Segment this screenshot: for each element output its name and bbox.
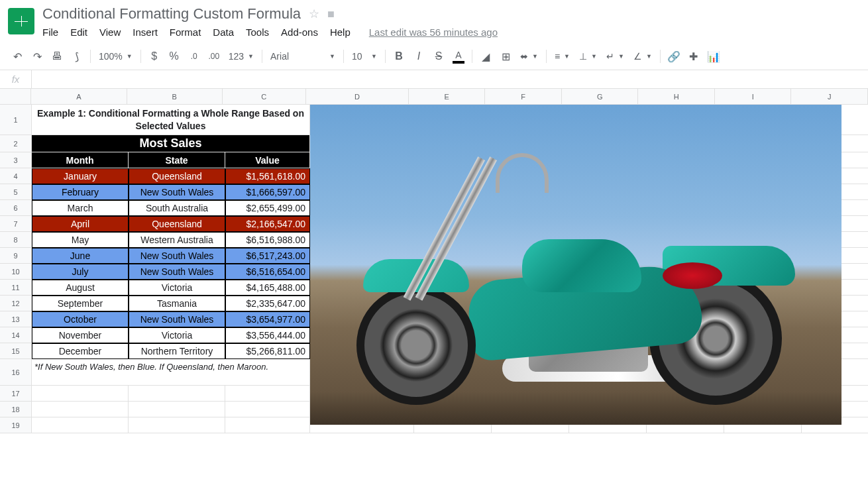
cell[interactable]: [32, 402, 129, 417]
cell-month[interactable]: November: [32, 327, 129, 343]
col-header-B[interactable]: B: [127, 89, 223, 105]
cell-state[interactable]: New South Wales: [129, 311, 225, 327]
cell-state[interactable]: Queensland: [129, 216, 225, 232]
cell-value[interactable]: $2,166,547.00: [225, 216, 310, 232]
most-sales-header[interactable]: Most Sales: [32, 135, 310, 152]
formula-input[interactable]: [32, 70, 868, 88]
cell-state[interactable]: New South Wales: [129, 184, 225, 200]
menu-file[interactable]: File: [42, 27, 58, 38]
cell[interactable]: [32, 386, 129, 402]
cell-state[interactable]: Tasmania: [129, 296, 225, 311]
insert-comment-icon[interactable]: ✚: [684, 47, 703, 66]
row-header-7[interactable]: 7: [0, 216, 32, 232]
row-header-18[interactable]: 18: [0, 402, 32, 417]
increase-decimal-icon[interactable]: .00: [205, 47, 223, 66]
cell[interactable]: [129, 386, 225, 402]
cell-state[interactable]: Western Australia: [129, 232, 225, 248]
row-header-1[interactable]: 1: [0, 105, 32, 135]
folder-icon[interactable]: ■: [327, 7, 335, 21]
menu-edit[interactable]: Edit: [70, 27, 87, 38]
cell-month[interactable]: October: [32, 311, 129, 327]
row-header-3[interactable]: 3: [0, 152, 32, 168]
cell-value[interactable]: $3,654,977.00: [225, 311, 310, 327]
cell-state[interactable]: Victoria: [129, 327, 225, 343]
cell-month[interactable]: September: [32, 296, 129, 311]
redo-icon[interactable]: ↷: [28, 47, 46, 66]
row-header-4[interactable]: 4: [0, 168, 32, 184]
horizontal-align-icon[interactable]: ≡▼: [551, 47, 574, 66]
star-icon[interactable]: ☆: [309, 7, 319, 21]
spreadsheet-grid[interactable]: ABCDEFGHIJ12345678910111213141516171819E…: [0, 89, 868, 433]
menu-addons[interactable]: Add-ons: [281, 27, 318, 38]
row-header-11[interactable]: 11: [0, 280, 32, 296]
row-header-14[interactable]: 14: [0, 327, 32, 343]
merge-cells-icon[interactable]: ⬌▼: [516, 47, 542, 66]
cell-state[interactable]: Northern Territory: [129, 343, 225, 359]
menu-format[interactable]: Format: [170, 27, 201, 38]
cell-month[interactable]: April: [32, 216, 129, 232]
row-header-16[interactable]: 16: [0, 359, 32, 386]
col-header-C[interactable]: C: [223, 89, 306, 105]
cell-value[interactable]: $6,516,988.00: [225, 232, 310, 248]
zoom-select[interactable]: 100%▼: [95, 47, 136, 66]
sheets-logo[interactable]: [8, 8, 34, 34]
cell[interactable]: [129, 417, 225, 433]
bold-icon[interactable]: B: [390, 47, 408, 66]
col-header-A[interactable]: A: [31, 89, 127, 105]
borders-icon[interactable]: ⊞: [496, 47, 515, 66]
cell[interactable]: [129, 402, 225, 417]
insert-chart-icon[interactable]: 📊: [704, 47, 723, 66]
cell-month[interactable]: January: [32, 168, 129, 184]
col-header-G[interactable]: G: [562, 89, 639, 105]
cell-month[interactable]: June: [32, 248, 129, 264]
note-cell[interactable]: *If New South Wales, then Blue. If Queen…: [32, 359, 310, 386]
header-month[interactable]: Month: [32, 152, 129, 168]
header-value[interactable]: Value: [225, 152, 310, 168]
fill-color-icon[interactable]: ◢: [476, 47, 495, 66]
cell-state[interactable]: New South Wales: [129, 248, 225, 264]
strikethrough-icon[interactable]: S: [429, 47, 448, 66]
row-header-10[interactable]: 10: [0, 264, 32, 280]
row-header-15[interactable]: 15: [0, 343, 32, 359]
col-header-E[interactable]: E: [409, 89, 486, 105]
cell-value[interactable]: $2,335,647.00: [225, 296, 310, 311]
cell-value[interactable]: $4,165,488.00: [225, 280, 310, 296]
menu-tools[interactable]: Tools: [246, 27, 269, 38]
row-header-19[interactable]: 19: [0, 417, 32, 433]
cell-month[interactable]: August: [32, 280, 129, 296]
cell[interactable]: [225, 402, 310, 417]
more-formats-select[interactable]: 123▼: [225, 47, 258, 66]
cell-value[interactable]: $3,556,444.00: [225, 327, 310, 343]
undo-icon[interactable]: ↶: [8, 47, 27, 66]
col-header-H[interactable]: H: [638, 89, 715, 105]
vertical-align-icon[interactable]: ⊥▼: [575, 47, 601, 66]
percent-icon[interactable]: %: [165, 47, 184, 66]
row-header-5[interactable]: 5: [0, 184, 32, 200]
font-size-select[interactable]: 10▼: [348, 47, 381, 66]
insert-link-icon[interactable]: 🔗: [665, 47, 683, 66]
cell-month[interactable]: March: [32, 200, 129, 216]
cell-state[interactable]: New South Wales: [129, 264, 225, 280]
col-header-J[interactable]: J: [791, 89, 868, 105]
cell-value[interactable]: $1,666,597.00: [225, 184, 310, 200]
decrease-decimal-icon[interactable]: .0: [185, 47, 203, 66]
text-color-icon[interactable]: A: [449, 47, 468, 66]
cell-state[interactable]: Queensland: [129, 168, 225, 184]
embedded-image[interactable]: [310, 105, 841, 425]
print-icon[interactable]: 🖶: [48, 47, 66, 66]
text-wrap-icon[interactable]: ↵▼: [602, 47, 628, 66]
row-header-2[interactable]: 2: [0, 135, 32, 152]
cell-state[interactable]: South Australia: [129, 200, 225, 216]
cell-state[interactable]: Victoria: [129, 280, 225, 296]
row-header-6[interactable]: 6: [0, 200, 32, 216]
menu-data[interactable]: Data: [213, 27, 234, 38]
header-state[interactable]: State: [129, 152, 225, 168]
menu-help[interactable]: Help: [330, 27, 351, 38]
cell-month[interactable]: May: [32, 232, 129, 248]
document-title[interactable]: Conditional Formatting Custom Formula: [42, 5, 301, 23]
col-header-D[interactable]: D: [306, 89, 409, 105]
menu-insert[interactable]: Insert: [133, 27, 158, 38]
font-select[interactable]: Arial▼: [266, 47, 339, 66]
row-header-9[interactable]: 9: [0, 248, 32, 264]
row-header-13[interactable]: 13: [0, 311, 32, 327]
